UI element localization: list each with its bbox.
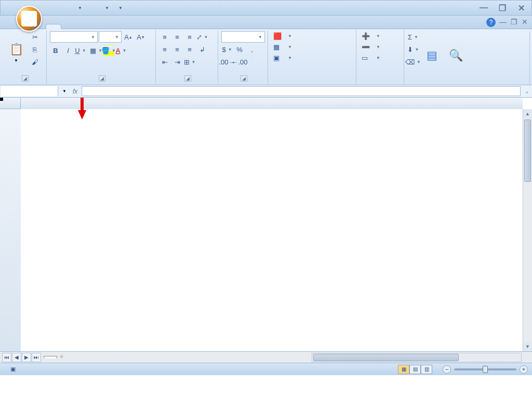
normal-view[interactable]: ▦ <box>398 365 409 374</box>
delete-cells[interactable]: ➖▼ <box>360 42 401 52</box>
wrap-text[interactable]: ↲ <box>196 44 208 55</box>
doc-restore[interactable]: ❐ <box>511 18 517 26</box>
format-cells[interactable]: ▭▼ <box>360 53 401 63</box>
cut-button[interactable]: ✂ <box>29 31 41 43</box>
merge-center[interactable]: ⊞▼ <box>184 56 195 68</box>
hscroll-thumb[interactable] <box>313 354 459 361</box>
vscroll-thumb[interactable] <box>524 120 531 182</box>
italic-button[interactable]: I <box>62 45 74 56</box>
tab-insert[interactable] <box>62 24 77 29</box>
clear-button[interactable]: ⌫▼ <box>407 56 419 68</box>
insert-icon: ➕ <box>362 32 370 40</box>
paste-icon: 📋 <box>9 43 23 56</box>
shrink-font-button[interactable]: A▼ <box>135 31 147 43</box>
name-box[interactable] <box>1 86 58 96</box>
align-middle[interactable]: ≡ <box>171 31 183 43</box>
underline-button[interactable]: U▼ <box>75 45 86 56</box>
decrease-indent[interactable]: ⇤ <box>159 56 170 68</box>
page-break-view[interactable]: ▥ <box>421 365 432 374</box>
format-as-table[interactable]: ▦▼ <box>271 42 353 52</box>
alignment-launcher[interactable]: ◢ <box>184 75 191 82</box>
fx-button[interactable]: fx <box>73 88 77 95</box>
tab-formulas[interactable] <box>94 24 108 29</box>
vertical-scrollbar[interactable]: ▲ ▼ <box>523 109 532 351</box>
zoom-out[interactable]: − <box>443 365 451 374</box>
tab-review[interactable] <box>125 24 139 29</box>
align-center[interactable]: ≡ <box>171 44 183 55</box>
comma-button[interactable]: , <box>246 44 258 55</box>
insert-cells[interactable]: ➕▼ <box>360 31 401 41</box>
zoom-slider[interactable] <box>454 368 516 370</box>
font-name-combo[interactable]: ▼ <box>50 31 98 43</box>
macro-record-icon[interactable]: ▣ <box>10 366 16 373</box>
last-sheet[interactable]: ⏭ <box>32 353 41 362</box>
find-select-button[interactable]: 🔍 <box>445 31 467 81</box>
align-left[interactable]: ≡ <box>159 44 170 55</box>
prev-sheet[interactable]: ◀ <box>12 353 21 362</box>
redo-button[interactable] <box>88 2 99 14</box>
format-painter-button[interactable]: 🖌 <box>29 56 41 68</box>
horizontal-scrollbar[interactable] <box>312 353 522 362</box>
office-button[interactable] <box>16 6 42 32</box>
currency-button[interactable]: $▼ <box>221 44 233 55</box>
align-top[interactable]: ≡ <box>159 31 170 43</box>
fill-button[interactable]: ⬇▼ <box>407 44 419 55</box>
scroll-down[interactable]: ▼ <box>523 342 532 351</box>
sheet-tab-bar: ⏮ ◀ ▶ ⏭ ✧ <box>0 351 532 363</box>
bold-button[interactable]: B <box>50 45 61 56</box>
align-bottom[interactable]: ≡ <box>184 31 195 43</box>
undo-button[interactable] <box>61 2 72 14</box>
font-color-button[interactable]: A▼ <box>115 45 127 56</box>
conditional-formatting[interactable]: 🟥▼ <box>271 31 353 41</box>
doc-close[interactable]: ✕ <box>522 18 528 26</box>
doc-minimize[interactable]: — <box>499 18 507 26</box>
scroll-up[interactable]: ▲ <box>523 109 532 118</box>
first-sheet[interactable]: ⏮ <box>2 353 11 362</box>
zoom-thumb[interactable] <box>483 366 488 373</box>
font-size-combo[interactable]: ▼ <box>99 31 122 43</box>
undo-dropdown[interactable]: ▼ <box>74 2 86 14</box>
select-all-corner[interactable] <box>0 98 21 109</box>
tab-view[interactable] <box>140 24 155 29</box>
new-sheet-button[interactable]: ✧ <box>59 353 70 362</box>
percent-button[interactable]: % <box>234 44 245 55</box>
redo-dropdown[interactable]: ▼ <box>101 2 113 14</box>
page-layout-view[interactable]: ▤ <box>409 365 421 374</box>
border-button[interactable]: ▦▼ <box>90 45 102 56</box>
cells-area[interactable] <box>21 109 523 351</box>
help-button[interactable]: ? <box>486 18 496 27</box>
next-sheet[interactable]: ▶ <box>22 353 31 362</box>
increase-indent[interactable]: ⇥ <box>171 56 183 68</box>
copy-button[interactable]: ⎘ <box>29 44 41 55</box>
cell-styles[interactable]: ▣▼ <box>271 53 353 63</box>
tab-developer[interactable] <box>156 24 170 29</box>
name-box-dropdown[interactable]: ▼ <box>62 89 66 94</box>
orientation[interactable]: ⤢▼ <box>196 31 208 43</box>
autosum-button[interactable]: Σ▼ <box>407 31 419 43</box>
formula-input[interactable] <box>82 86 521 96</box>
decrease-decimal[interactable]: ←.00 <box>234 56 245 68</box>
font-launcher[interactable]: ◢ <box>99 75 105 82</box>
sort-filter-button[interactable]: ▤ <box>421 31 443 81</box>
group-alignment: ≡ ≡ ≡ ⤢▼ ≡ ≡ ≡ ↲ ⇤ ⇥ ⊞▼ ◢ <box>156 30 218 84</box>
fill-color-button[interactable]: 🪣▼ <box>103 45 114 56</box>
qat-customize[interactable]: ▼ <box>115 2 126 14</box>
save-button[interactable] <box>47 2 59 14</box>
status-bar: ▣ ▦ ▤ ▥ − + <box>0 363 532 375</box>
tab-page-layout[interactable] <box>78 24 92 29</box>
maximize-button[interactable]: ❐ <box>496 3 509 12</box>
paste-button[interactable]: 📋 ▼ <box>5 31 27 74</box>
minimize-button[interactable]: — <box>477 3 490 12</box>
sheet-tab-1[interactable] <box>44 356 57 359</box>
tab-home[interactable] <box>46 24 61 29</box>
find-icon: 🔍 <box>449 49 463 62</box>
grow-font-button[interactable]: A▲ <box>123 31 134 43</box>
close-button[interactable]: ✕ <box>515 3 527 12</box>
tab-data[interactable] <box>109 24 124 29</box>
number-launcher[interactable]: ◢ <box>241 75 247 82</box>
align-right[interactable]: ≡ <box>184 44 195 55</box>
number-format-combo[interactable]: ▼ <box>221 31 265 43</box>
zoom-in[interactable]: + <box>520 365 528 374</box>
clipboard-launcher[interactable]: ◢ <box>22 75 29 82</box>
expand-formula-bar[interactable]: ⌄ <box>522 85 532 97</box>
